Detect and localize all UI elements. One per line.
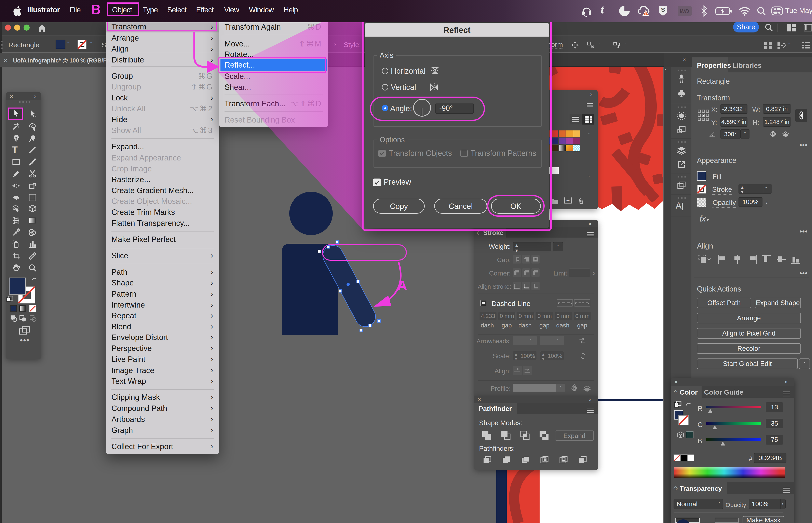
- svg-text:S: S: [661, 6, 665, 13]
- svg-text:A: A: [398, 278, 407, 293]
